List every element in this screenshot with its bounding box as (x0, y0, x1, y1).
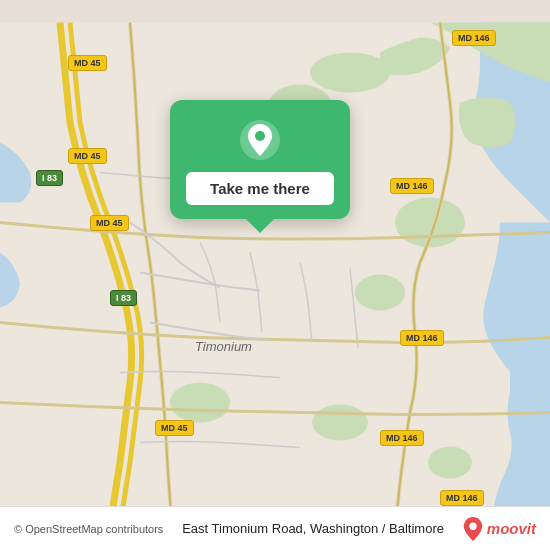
svg-point-4 (355, 275, 405, 311)
badge-md45-bottom: MD 45 (155, 420, 194, 436)
badge-md45-mid: MD 45 (68, 148, 107, 164)
badge-md45-mid2: MD 45 (90, 215, 129, 231)
popup-card: Take me there (170, 100, 350, 219)
moovit-pin-icon (463, 517, 483, 541)
svg-point-1 (310, 53, 390, 93)
map-attribution: © OpenStreetMap contributors (14, 523, 163, 535)
badge-md146-mid: MD 146 (390, 178, 434, 194)
take-me-there-button[interactable]: Take me there (186, 172, 334, 205)
map-container: Timonium MD 45 MD 45 MD 45 MD 45 MD 146 … (0, 0, 550, 550)
svg-point-5 (170, 383, 230, 423)
location-title: East Timonium Road, Washington / Baltimo… (163, 521, 462, 536)
badge-md146-bottom2: MD 146 (440, 490, 484, 506)
moovit-logo: moovit (463, 517, 536, 541)
svg-point-11 (469, 522, 476, 529)
map-svg: Timonium (0, 0, 550, 550)
badge-md45-top: MD 45 (68, 55, 107, 71)
badge-md146-top: MD 146 (452, 30, 496, 46)
bottom-bar: © OpenStreetMap contributors East Timoni… (0, 506, 550, 550)
badge-md146-mid2: MD 146 (400, 330, 444, 346)
svg-text:Timonium: Timonium (195, 339, 252, 354)
svg-point-7 (428, 447, 472, 479)
moovit-brand-text: moovit (487, 520, 536, 537)
badge-md146-bottom: MD 146 (380, 430, 424, 446)
badge-i83-bottom: I 83 (110, 290, 137, 306)
location-pin-icon (238, 118, 282, 162)
svg-point-6 (312, 405, 368, 441)
badge-i83-top: I 83 (36, 170, 63, 186)
svg-point-10 (255, 131, 265, 141)
